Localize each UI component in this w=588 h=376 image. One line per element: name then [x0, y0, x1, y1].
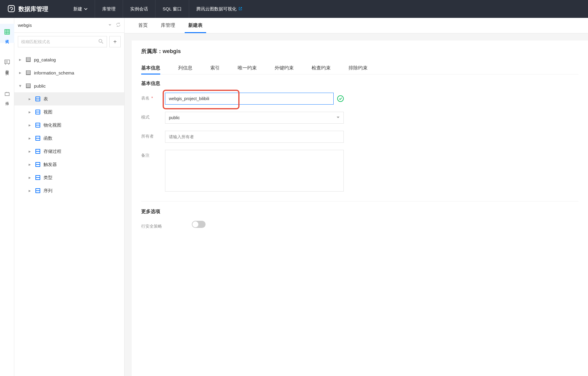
- brand: 数据库管理: [7, 4, 48, 14]
- label-table-name: 表名 *: [141, 93, 165, 101]
- table-name-input[interactable]: [165, 93, 334, 105]
- tree-schema-pg-catalog[interactable]: ▸ pg_catalog: [14, 53, 124, 66]
- tree-schema-public[interactable]: ▾ public: [14, 79, 124, 92]
- tab-label: 新建表: [188, 22, 203, 29]
- subtab-basic[interactable]: 基本信息: [141, 62, 160, 74]
- owner-db-value: webgis: [163, 48, 181, 54]
- caret-right-icon: ▸: [29, 122, 33, 128]
- schema-search-input[interactable]: [21, 39, 98, 44]
- caret-right-icon: ▸: [29, 188, 33, 193]
- panel-card: 所属库：webgis 基本信息 列信息 索引 唯一约束 外键约束 检查约束 排除…: [132, 41, 588, 376]
- label-row-security: 行安全策略: [141, 221, 192, 229]
- tree-procedures[interactable]: ▸ 存储过程: [14, 145, 124, 158]
- subtab-check[interactable]: 检查约束: [312, 62, 331, 74]
- schema-icon: [26, 70, 31, 75]
- subtab-label: 索引: [210, 65, 220, 70]
- sequence-icon: [35, 188, 41, 193]
- dropdown-icon[interactable]: [108, 23, 112, 28]
- row-security-toggle[interactable]: [192, 221, 206, 228]
- caret-right-icon: ▸: [29, 149, 33, 154]
- tree-label: pg_catalog: [34, 57, 56, 62]
- panel: 所属库：webgis 基本信息 列信息 索引 唯一约束 外键约束 检查约束 排除…: [125, 33, 588, 376]
- tree-label: 存储过程: [43, 149, 61, 154]
- svg-rect-3: [5, 93, 9, 96]
- db-actions: [108, 22, 121, 28]
- schema-select-value: public: [169, 115, 180, 120]
- type-icon: [35, 175, 41, 180]
- search-box[interactable]: [18, 36, 107, 47]
- subtab-label: 排除约束: [349, 65, 368, 70]
- remark-textarea[interactable]: [165, 150, 344, 192]
- caret-right-icon: ▸: [19, 57, 23, 62]
- label-remark: 备注: [141, 150, 165, 158]
- cast-icon: [4, 60, 10, 66]
- nav-db-manage-label: 库管理: [102, 6, 116, 12]
- topbar-nav: 新建 库管理 实例会话 SQL 窗口 腾讯云图数据可视化: [66, 0, 250, 18]
- rail-schema[interactable]: 模式: [0, 24, 14, 43]
- nav-session[interactable]: 实例会话: [123, 0, 155, 18]
- row-schema: 模式 public: [141, 112, 578, 124]
- section-basic-title: 基本信息: [141, 80, 578, 87]
- content-tabs: 首页 库管理 新建表: [125, 18, 588, 33]
- nav-tcv[interactable]: 腾讯云图数据可视化: [189, 0, 250, 18]
- divider: [141, 201, 578, 201]
- function-icon: [35, 136, 41, 141]
- nav-sql-label: SQL 窗口: [163, 6, 182, 12]
- subtab-columns[interactable]: 列信息: [178, 62, 192, 74]
- add-schema-button[interactable]: +: [109, 36, 121, 47]
- tree-schema-information-schema[interactable]: ▸ information_schema: [14, 66, 124, 79]
- subtab-index[interactable]: 索引: [210, 62, 220, 74]
- tree-views[interactable]: ▸ 视图: [14, 105, 124, 119]
- svg-rect-1: [5, 29, 10, 34]
- tab-new-table[interactable]: 新建表: [182, 18, 209, 33]
- rail-type-cast[interactable]: 类型转换: [0, 55, 14, 74]
- field-row-security: [192, 221, 371, 228]
- owner-input[interactable]: [165, 131, 344, 143]
- procedure-icon: [35, 149, 41, 154]
- refresh-icon[interactable]: [116, 22, 121, 28]
- tree-label: 表: [43, 96, 48, 102]
- tab-home[interactable]: 首页: [132, 18, 154, 33]
- tree-label: 视图: [43, 109, 52, 115]
- subtab-unique[interactable]: 唯一约束: [238, 62, 257, 74]
- tree-triggers[interactable]: ▸ 触发器: [14, 158, 124, 171]
- view-icon: [35, 109, 41, 115]
- rail-schema-label: 模式: [5, 37, 9, 38]
- field-owner: [165, 131, 344, 143]
- tab-db-manage[interactable]: 库管理: [154, 18, 182, 33]
- nav-new[interactable]: 新建: [66, 0, 95, 18]
- tab-label: 首页: [138, 22, 148, 29]
- chevron-down-icon: [84, 7, 88, 12]
- tree-materialized-views[interactable]: ▸ 物化视图: [14, 119, 124, 132]
- field-schema: public: [165, 112, 344, 124]
- tree-functions[interactable]: ▸ 函数: [14, 132, 124, 145]
- caret-down-icon: ▾: [19, 83, 23, 88]
- mview-icon: [35, 122, 41, 128]
- schema-select[interactable]: public: [165, 112, 344, 124]
- schema-icon: [26, 83, 31, 88]
- external-link-icon: [238, 7, 242, 12]
- rail-plugin[interactable]: 插件: [0, 86, 14, 105]
- schema-icon: [26, 57, 31, 62]
- table-icon: [4, 29, 10, 35]
- subtab-exclude[interactable]: 排除约束: [349, 62, 368, 74]
- plugin-icon: [4, 91, 10, 97]
- left-rail: 模式 类型转换 插件: [0, 18, 14, 376]
- tree-types[interactable]: ▸ 类型: [14, 171, 124, 184]
- tree-label: public: [34, 83, 46, 88]
- nav-db-manage[interactable]: 库管理: [95, 0, 123, 18]
- tree-label: 物化视图: [43, 122, 61, 128]
- tree-label: 函数: [43, 136, 52, 141]
- topbar: 数据库管理 新建 库管理 实例会话 SQL 窗口 腾讯云图数据可视化: [0, 0, 588, 18]
- caret-right-icon: ▸: [29, 96, 33, 102]
- tree-tables[interactable]: ▸ 表: [14, 92, 124, 105]
- tree-sequences[interactable]: ▸ 序列: [14, 184, 124, 197]
- subtab-foreignkey[interactable]: 外键约束: [275, 62, 294, 74]
- row-table-name: 表名 *: [141, 93, 578, 105]
- subtab-label: 基本信息: [141, 65, 160, 70]
- field-remark: [165, 150, 344, 192]
- nav-new-label: 新建: [73, 6, 82, 12]
- nav-sql[interactable]: SQL 窗口: [155, 0, 189, 18]
- svg-point-4: [99, 39, 102, 42]
- logo-icon: [7, 4, 15, 14]
